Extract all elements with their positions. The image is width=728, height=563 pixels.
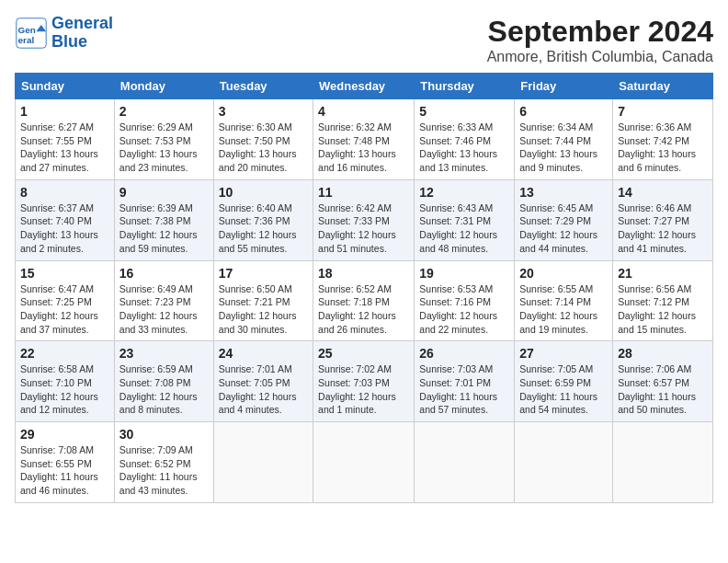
day-cell: 25Sunrise: 7:02 AMSunset: 7:03 PMDayligh… bbox=[313, 341, 415, 422]
day-info: Sunrise: 7:01 AMSunset: 7:05 PMDaylight:… bbox=[219, 362, 308, 417]
day-number: 5 bbox=[419, 104, 509, 119]
calendar-table: SundayMondayTuesdayWednesdayThursdayFrid… bbox=[15, 73, 713, 503]
day-info: Sunrise: 7:03 AMSunset: 7:01 PMDaylight:… bbox=[419, 362, 509, 417]
day-info: Sunrise: 6:50 AMSunset: 7:21 PMDaylight:… bbox=[219, 282, 308, 337]
day-cell: 28Sunrise: 7:06 AMSunset: 6:57 PMDayligh… bbox=[613, 341, 713, 422]
day-cell: 19Sunrise: 6:53 AMSunset: 7:16 PMDayligh… bbox=[415, 260, 515, 341]
day-cell: 9Sunrise: 6:39 AMSunset: 7:38 PMDaylight… bbox=[114, 179, 213, 260]
header-cell-saturday: Saturday bbox=[613, 74, 713, 99]
day-number: 2 bbox=[119, 104, 209, 119]
header-cell-tuesday: Tuesday bbox=[213, 74, 313, 99]
day-cell: 11Sunrise: 6:42 AMSunset: 7:33 PMDayligh… bbox=[313, 179, 415, 260]
day-info: Sunrise: 6:56 AMSunset: 7:12 PMDaylight:… bbox=[618, 282, 708, 337]
day-info: Sunrise: 6:55 AMSunset: 7:14 PMDaylight:… bbox=[519, 282, 608, 337]
day-info: Sunrise: 6:40 AMSunset: 7:36 PMDaylight:… bbox=[219, 201, 308, 256]
week-row-2: 8Sunrise: 6:37 AMSunset: 7:40 PMDaylight… bbox=[16, 179, 713, 260]
day-cell: 12Sunrise: 6:43 AMSunset: 7:31 PMDayligh… bbox=[415, 179, 515, 260]
day-number: 3 bbox=[219, 104, 308, 119]
day-number: 29 bbox=[20, 427, 109, 442]
day-number: 20 bbox=[519, 266, 608, 281]
day-info: Sunrise: 6:49 AMSunset: 7:23 PMDaylight:… bbox=[119, 282, 209, 337]
day-info: Sunrise: 6:43 AMSunset: 7:31 PMDaylight:… bbox=[419, 201, 509, 256]
day-cell: 13Sunrise: 6:45 AMSunset: 7:29 PMDayligh… bbox=[515, 179, 613, 260]
page-title: September 2024 bbox=[487, 15, 713, 49]
logo-general: General bbox=[51, 14, 113, 32]
day-number: 27 bbox=[519, 346, 608, 361]
day-cell: 2Sunrise: 6:29 AMSunset: 7:53 PMDaylight… bbox=[114, 99, 213, 180]
day-cell: 30Sunrise: 7:09 AMSunset: 6:52 PMDayligh… bbox=[114, 422, 213, 503]
day-cell: 15Sunrise: 6:47 AMSunset: 7:25 PMDayligh… bbox=[16, 260, 115, 341]
day-number: 1 bbox=[20, 104, 109, 119]
day-cell: 7Sunrise: 6:36 AMSunset: 7:42 PMDaylight… bbox=[613, 99, 713, 180]
day-cell: 5Sunrise: 6:33 AMSunset: 7:46 PMDaylight… bbox=[415, 99, 515, 180]
header-cell-sunday: Sunday bbox=[16, 74, 115, 99]
day-info: Sunrise: 6:47 AMSunset: 7:25 PMDaylight:… bbox=[20, 282, 109, 337]
day-number: 17 bbox=[219, 266, 308, 281]
day-cell: 27Sunrise: 7:05 AMSunset: 6:59 PMDayligh… bbox=[515, 341, 613, 422]
day-info: Sunrise: 7:02 AMSunset: 7:03 PMDaylight:… bbox=[318, 362, 409, 417]
day-cell: 22Sunrise: 6:58 AMSunset: 7:10 PMDayligh… bbox=[16, 341, 115, 422]
day-number: 19 bbox=[419, 266, 509, 281]
day-number: 21 bbox=[618, 266, 708, 281]
logo-icon: Gen eral bbox=[15, 17, 48, 50]
day-cell bbox=[213, 422, 313, 503]
logo-blue: Blue bbox=[51, 32, 87, 51]
day-number: 8 bbox=[20, 185, 109, 200]
day-info: Sunrise: 6:36 AMSunset: 7:42 PMDaylight:… bbox=[618, 121, 708, 175]
day-cell: 21Sunrise: 6:56 AMSunset: 7:12 PMDayligh… bbox=[613, 260, 713, 341]
day-cell bbox=[313, 422, 415, 503]
day-cell: 10Sunrise: 6:40 AMSunset: 7:36 PMDayligh… bbox=[213, 179, 313, 260]
day-cell: 23Sunrise: 6:59 AMSunset: 7:08 PMDayligh… bbox=[114, 341, 213, 422]
day-info: Sunrise: 7:08 AMSunset: 6:55 PMDaylight:… bbox=[20, 443, 109, 498]
day-number: 14 bbox=[618, 185, 708, 200]
day-info: Sunrise: 6:42 AMSunset: 7:33 PMDaylight:… bbox=[318, 201, 409, 256]
day-info: Sunrise: 6:37 AMSunset: 7:40 PMDaylight:… bbox=[20, 201, 109, 256]
svg-text:Gen: Gen bbox=[18, 25, 36, 35]
day-cell: 3Sunrise: 6:30 AMSunset: 7:50 PMDaylight… bbox=[213, 99, 313, 180]
day-number: 10 bbox=[219, 185, 308, 200]
day-info: Sunrise: 6:27 AMSunset: 7:55 PMDaylight:… bbox=[20, 121, 109, 175]
day-cell: 20Sunrise: 6:55 AMSunset: 7:14 PMDayligh… bbox=[515, 260, 613, 341]
week-row-5: 29Sunrise: 7:08 AMSunset: 6:55 PMDayligh… bbox=[16, 422, 713, 503]
day-info: Sunrise: 7:06 AMSunset: 6:57 PMDaylight:… bbox=[618, 362, 708, 417]
day-cell bbox=[613, 422, 713, 503]
header-cell-thursday: Thursday bbox=[415, 74, 515, 99]
header-cell-wednesday: Wednesday bbox=[313, 74, 415, 99]
day-info: Sunrise: 6:39 AMSunset: 7:38 PMDaylight:… bbox=[119, 201, 209, 256]
week-row-4: 22Sunrise: 6:58 AMSunset: 7:10 PMDayligh… bbox=[16, 341, 713, 422]
day-number: 16 bbox=[119, 266, 209, 281]
day-info: Sunrise: 6:52 AMSunset: 7:18 PMDaylight:… bbox=[318, 282, 409, 337]
day-number: 30 bbox=[119, 427, 209, 442]
day-number: 23 bbox=[119, 346, 209, 361]
day-number: 6 bbox=[519, 104, 608, 119]
day-info: Sunrise: 7:09 AMSunset: 6:52 PMDaylight:… bbox=[119, 443, 209, 498]
day-number: 15 bbox=[20, 266, 109, 281]
day-info: Sunrise: 6:30 AMSunset: 7:50 PMDaylight:… bbox=[219, 121, 308, 175]
day-info: Sunrise: 6:32 AMSunset: 7:48 PMDaylight:… bbox=[318, 121, 409, 175]
day-number: 28 bbox=[618, 346, 708, 361]
day-number: 22 bbox=[20, 346, 109, 361]
svg-text:eral: eral bbox=[18, 35, 35, 45]
day-info: Sunrise: 6:53 AMSunset: 7:16 PMDaylight:… bbox=[419, 282, 509, 337]
day-cell: 14Sunrise: 6:46 AMSunset: 7:27 PMDayligh… bbox=[613, 179, 713, 260]
day-number: 18 bbox=[318, 266, 409, 281]
day-cell: 24Sunrise: 7:01 AMSunset: 7:05 PMDayligh… bbox=[213, 341, 313, 422]
logo-text: General Blue bbox=[51, 15, 113, 52]
page-header: Gen eral General Blue September 2024 Anm… bbox=[15, 15, 713, 65]
day-number: 12 bbox=[419, 185, 509, 200]
day-info: Sunrise: 6:45 AMSunset: 7:29 PMDaylight:… bbox=[519, 201, 608, 256]
day-info: Sunrise: 6:58 AMSunset: 7:10 PMDaylight:… bbox=[20, 362, 109, 417]
logo: Gen eral General Blue bbox=[15, 15, 113, 52]
day-cell: 4Sunrise: 6:32 AMSunset: 7:48 PMDaylight… bbox=[313, 99, 415, 180]
day-cell: 1Sunrise: 6:27 AMSunset: 7:55 PMDaylight… bbox=[16, 99, 115, 180]
day-cell: 26Sunrise: 7:03 AMSunset: 7:01 PMDayligh… bbox=[415, 341, 515, 422]
day-cell: 8Sunrise: 6:37 AMSunset: 7:40 PMDaylight… bbox=[16, 179, 115, 260]
day-number: 26 bbox=[419, 346, 509, 361]
day-number: 13 bbox=[519, 185, 608, 200]
header-cell-friday: Friday bbox=[515, 74, 613, 99]
title-block: September 2024 Anmore, British Columbia,… bbox=[487, 15, 713, 65]
day-number: 4 bbox=[318, 104, 409, 119]
day-info: Sunrise: 6:46 AMSunset: 7:27 PMDaylight:… bbox=[618, 201, 708, 256]
header-row: SundayMondayTuesdayWednesdayThursdayFrid… bbox=[16, 74, 713, 99]
day-info: Sunrise: 7:05 AMSunset: 6:59 PMDaylight:… bbox=[519, 362, 608, 417]
